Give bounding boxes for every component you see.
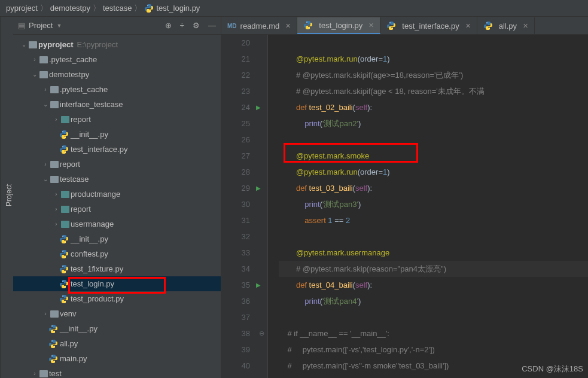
folder-icon bbox=[49, 86, 60, 93]
tree-item[interactable]: ›.pytest_cache bbox=[13, 52, 221, 67]
code-line[interactable]: @pytest.mark.run(order=1) bbox=[279, 164, 588, 180]
run-icon[interactable]: ▶ bbox=[256, 99, 261, 115]
python-icon bbox=[60, 264, 71, 274]
hide-icon[interactable]: — bbox=[208, 21, 216, 30]
tab-label: test_interface.py bbox=[402, 22, 459, 31]
locate-icon[interactable]: ⊕ bbox=[165, 21, 172, 30]
python-icon bbox=[60, 145, 71, 154]
code-line[interactable]: def test_03_baili(self): bbox=[279, 180, 588, 196]
chevron-icon[interactable]: › bbox=[53, 206, 60, 212]
svg-point-11 bbox=[65, 272, 65, 272]
code-editor[interactable]: 2021222324▶2526272829▶303132333435▶36373… bbox=[221, 35, 588, 378]
tree-item[interactable]: main.py bbox=[13, 351, 221, 366]
tree-item[interactable]: ›report bbox=[13, 202, 221, 217]
code-line[interactable]: # @pytest.mark.skip(reason="pan4太漂亮") bbox=[279, 261, 588, 277]
tree-label: testcase bbox=[60, 175, 89, 184]
python-icon bbox=[303, 20, 313, 30]
folder-icon bbox=[49, 101, 60, 108]
code-line[interactable]: assert 1 == 2 bbox=[279, 212, 588, 228]
chevron-icon[interactable]: › bbox=[31, 370, 38, 377]
editor-tab[interactable]: test_login.py✕ bbox=[297, 17, 380, 34]
chevron-icon[interactable]: › bbox=[53, 221, 60, 227]
code-line[interactable] bbox=[279, 35, 588, 51]
dropdown-icon[interactable]: ▼ bbox=[56, 23, 62, 29]
svg-point-15 bbox=[65, 301, 65, 302]
tree-label: productmange bbox=[71, 190, 120, 199]
close-icon[interactable]: ✕ bbox=[368, 22, 374, 29]
code-line[interactable]: def test_02_baili(self): bbox=[279, 99, 588, 115]
project-tree[interactable]: ⌄pyprojectE:\pyproject›.pytest_cache⌄dem… bbox=[13, 35, 221, 378]
code-content[interactable]: @pytest.mark.run(order=1) # @pytest.mark… bbox=[268, 35, 588, 378]
code-line[interactable]: # @pytest.mark.skipif(age>=18,reason='已成… bbox=[279, 67, 588, 83]
python-icon bbox=[144, 4, 154, 13]
chevron-icon[interactable]: ⌄ bbox=[20, 41, 28, 48]
tree-item[interactable]: ›usermanage bbox=[13, 217, 221, 231]
svg-point-18 bbox=[51, 340, 52, 341]
breadcrumb-item[interactable]: pyproject bbox=[6, 4, 38, 13]
settings-icon[interactable]: ⚙ bbox=[193, 21, 200, 30]
chevron-icon[interactable]: › bbox=[53, 191, 60, 197]
tree-item[interactable]: test_interface.py bbox=[13, 142, 221, 157]
tree-item[interactable]: __init__.py bbox=[13, 321, 221, 336]
editor-tab[interactable]: test_interface.py✕ bbox=[380, 17, 477, 34]
close-icon[interactable]: ✕ bbox=[465, 22, 471, 30]
tree-item[interactable]: ⌄demotestpy bbox=[13, 67, 221, 82]
code-line[interactable] bbox=[279, 309, 588, 325]
tree-item[interactable]: ›.pytest_cache bbox=[13, 82, 221, 97]
code-line[interactable]: # @pytest.mark.skipif(age < 18, reason='… bbox=[279, 83, 588, 99]
chevron-icon[interactable]: ⌄ bbox=[31, 71, 38, 78]
tree-path: E:\pyproject bbox=[77, 40, 118, 49]
project-tool-tab[interactable]: Project bbox=[0, 17, 13, 378]
tree-item[interactable]: ›test bbox=[13, 366, 221, 378]
breadcrumb-item[interactable]: testcase bbox=[103, 4, 132, 13]
breadcrumb-file[interactable]: test_login.py bbox=[156, 4, 200, 13]
chevron-icon[interactable]: › bbox=[31, 56, 38, 63]
editor-tab[interactable]: all.py✕ bbox=[477, 17, 535, 34]
editor-area: MDreadme.md✕test_login.py✕test_interface… bbox=[221, 17, 588, 378]
collapse-icon[interactable]: ÷ bbox=[180, 21, 184, 30]
chevron-icon[interactable]: › bbox=[42, 161, 49, 167]
code-line[interactable]: def test_04_baili(self): bbox=[279, 277, 588, 293]
watermark: CSDN @沫沫18S bbox=[522, 364, 583, 374]
chevron-icon[interactable]: ⌄ bbox=[42, 101, 49, 108]
tree-item[interactable]: ⌄interface_testcase bbox=[13, 97, 221, 112]
run-icon[interactable]: ▶ bbox=[256, 277, 261, 293]
folder-icon bbox=[38, 56, 49, 63]
tree-item[interactable]: __init__.py bbox=[13, 127, 221, 142]
code-line[interactable]: print('测试pan3') bbox=[279, 196, 588, 212]
tree-item[interactable]: ›report bbox=[13, 157, 221, 172]
tree-item[interactable]: ⌄testcase bbox=[13, 172, 221, 187]
close-icon[interactable]: ✕ bbox=[285, 22, 291, 30]
code-line[interactable]: @pytest.mark.smoke bbox=[279, 148, 588, 164]
tree-item[interactable]: all.py bbox=[13, 336, 221, 351]
tree-item[interactable]: ›report bbox=[13, 112, 221, 127]
tree-item[interactable]: ›venv bbox=[13, 306, 221, 321]
code-line[interactable]: @pytest.mark.usermanage bbox=[279, 245, 588, 261]
chevron-icon[interactable]: › bbox=[53, 116, 60, 123]
code-line[interactable]: # pytest.main(['-vs','test_login.py','-n… bbox=[279, 342, 588, 358]
code-line[interactable]: print('测试pan4') bbox=[279, 293, 588, 309]
chevron-icon[interactable]: › bbox=[42, 310, 49, 317]
chevron-icon[interactable]: ⌄ bbox=[42, 176, 49, 182]
code-line[interactable]: @pytest.mark.run(order=1) bbox=[279, 51, 588, 67]
tree-item[interactable]: test_1fixture.py bbox=[13, 261, 221, 276]
code-line[interactable] bbox=[279, 228, 588, 245]
svg-point-24 bbox=[390, 22, 391, 23]
tree-item[interactable]: ›productmange bbox=[13, 187, 221, 202]
breadcrumb-item[interactable]: demotestpy bbox=[50, 4, 90, 13]
editor-tab[interactable]: MDreadme.md✕ bbox=[221, 17, 297, 34]
python-icon bbox=[60, 234, 71, 244]
tree-item[interactable]: ⌄pyprojectE:\pyproject bbox=[13, 37, 221, 52]
chevron-icon[interactable]: › bbox=[42, 86, 49, 93]
tree-item[interactable]: conftest.py bbox=[13, 246, 221, 261]
close-icon[interactable]: ✕ bbox=[523, 22, 528, 30]
code-line[interactable]: # if __name__ == '__main__': bbox=[279, 325, 588, 342]
tree-label: __init__.py bbox=[71, 130, 108, 139]
code-line[interactable] bbox=[279, 132, 588, 148]
tree-item[interactable]: __init__.py bbox=[13, 231, 221, 246]
tree-item[interactable]: test_login.py bbox=[13, 276, 221, 291]
run-icon[interactable]: ▶ bbox=[256, 180, 261, 196]
folder-icon bbox=[49, 310, 60, 318]
tree-item[interactable]: test_product.py bbox=[13, 291, 221, 306]
code-line[interactable]: print('测试pan2') bbox=[279, 115, 588, 132]
